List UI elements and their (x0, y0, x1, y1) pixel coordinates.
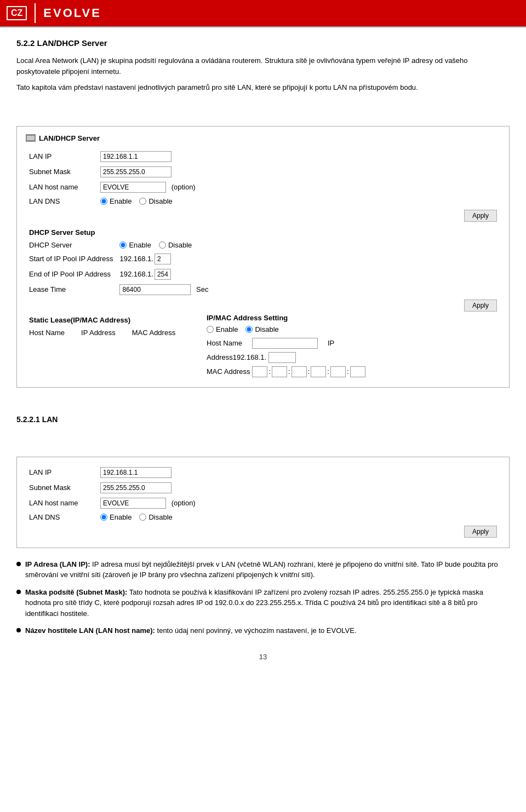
apply-row-2: Apply (26, 297, 500, 314)
subnet-mask-row: Subnet Mask (26, 164, 500, 180)
521-lan-ip-cell (97, 465, 500, 480)
subnet-mask-value-cell (97, 164, 500, 180)
end-ip-input[interactable] (155, 269, 171, 280)
header: CZ EVOLVE (0, 0, 526, 27)
apply-button-2[interactable]: Apply (464, 300, 497, 312)
521-host-option: (option) (171, 499, 196, 507)
dhcp-disable-radio[interactable]: Disable (159, 241, 192, 249)
start-ip-row: Start of IP Pool IP Address 192.168.1. (26, 251, 500, 267)
bullet-dot-3 (16, 628, 21, 632)
dhcp-server-row: DHCP Server Enable Disable (26, 239, 500, 251)
521-host-label: LAN host name (26, 496, 97, 511)
dhcp-server-radio-cell: Enable Disable (116, 239, 500, 251)
ipmac-ip-label: IP (328, 339, 334, 347)
ipmac-address-label: Address192.168.1. (207, 353, 266, 361)
subnet-mask-label: Subnet Mask (26, 164, 97, 180)
bullet-item-1: IP Adresa (LAN IP): IP adresa musí být n… (16, 559, 510, 580)
521-lan-ip-row: LAN IP (26, 465, 500, 480)
end-ip-prefix: 192.168.1. (119, 270, 153, 278)
ipmac-ip-input[interactable] (268, 352, 296, 363)
mac-octet-6[interactable] (350, 366, 365, 377)
mac-col: MAC Address (132, 329, 175, 337)
section-521-title: 5.2.2.1 LAN (16, 415, 510, 424)
apply-button-1[interactable]: Apply (464, 210, 497, 222)
host-col: Host Name (29, 329, 65, 337)
subnet-mask-input[interactable] (100, 166, 171, 177)
static-lease-left: Static Lease(IP/MAC Address) Host Name I… (26, 314, 190, 379)
section-title: LAN/DHCP Server (26, 134, 500, 142)
lan-host-option: (option) (171, 183, 196, 191)
lan-settings-table: LAN IP Subnet Mask LAN host name (option… (26, 149, 500, 224)
mac-octet-5[interactable] (330, 366, 346, 377)
521-subnet-label: Subnet Mask (26, 480, 97, 496)
footer: 13 (0, 647, 526, 666)
lan-dns-label: LAN DNS (26, 195, 97, 208)
mac-octet-1[interactable] (252, 366, 267, 377)
lan-ip-input[interactable] (100, 151, 171, 162)
svg-rect-1 (27, 136, 35, 140)
static-lease-section: Static Lease(IP/MAC Address) Host Name I… (26, 314, 500, 379)
lan-dns-row: LAN DNS Enable Disable (26, 195, 500, 208)
ipmac-disable-radio[interactable]: Disable (245, 325, 278, 333)
521-dns-label: LAN DNS (26, 511, 97, 523)
apply-button-3[interactable]: Apply (464, 526, 497, 538)
521-lan-ip-input[interactable] (100, 467, 171, 478)
start-ip-input[interactable] (155, 254, 171, 264)
end-ip-row: End of IP Pool IP Address 192.168.1. (26, 267, 500, 282)
lease-value-cell: Sec (116, 282, 500, 297)
521-dns-enable-radio[interactable]: Enable (100, 513, 132, 521)
521-host-input[interactable] (100, 498, 166, 509)
intro-para1: Local Area Network (LAN) je skupina pods… (16, 55, 510, 77)
521-dns-disable-radio[interactable]: Disable (139, 513, 172, 521)
section-521-box: LAN IP Subnet Mask LAN host name (option… (16, 457, 510, 548)
ipmac-ip-row: Address192.168.1. (207, 352, 500, 363)
521-subnet-input[interactable] (100, 482, 171, 493)
lan-dns-enable-radio[interactable]: Enable (100, 197, 132, 205)
page-title: 5.2.2 LAN/DHCP Server (16, 38, 510, 48)
mac-inputs: : : : : : (252, 366, 365, 377)
ipmac-mac-label: MAC Address (207, 367, 250, 376)
end-ip-label: End of IP Pool IP Address (26, 267, 116, 282)
lease-input[interactable] (119, 284, 191, 295)
lan-dns-value-cell: Enable Disable (97, 195, 500, 208)
lease-time-row: Lease Time Sec (26, 282, 500, 297)
static-lease-title: Static Lease(IP/MAC Address) (26, 314, 190, 326)
mac-octet-2[interactable] (272, 366, 287, 377)
dhcp-setup-label: DHCP Server Setup (26, 224, 500, 239)
bullet-text-2: Maska podsítě (Subnet Mask): Tato hodnot… (25, 587, 510, 619)
static-lease-header: Host Name IP Address MAC Address (26, 326, 190, 339)
lan-dns-disable-radio[interactable]: Disable (139, 197, 172, 205)
ipmac-hostname-row: Host Name IP (207, 338, 500, 349)
lan-dhcp-section: LAN/DHCP Server LAN IP Subnet Mask LAN h… (16, 126, 510, 388)
dhcp-enable-radio[interactable]: Enable (119, 241, 151, 249)
lan-host-value-cell: (option) (97, 180, 500, 195)
521-lan-ip-label: LAN IP (26, 465, 97, 480)
cz-badge: CZ (7, 6, 27, 20)
main-content: 5.2.2 LAN/DHCP Server Local Area Network… (0, 27, 526, 115)
521-subnet-row: Subnet Mask (26, 480, 500, 496)
521-host-cell: (option) (97, 496, 500, 511)
lease-label: Lease Time (26, 282, 116, 297)
lan-ip-value-cell (97, 149, 500, 164)
intro-para2: Tato kapitola vám představí nastavení je… (16, 82, 510, 93)
bullet-dot-1 (16, 562, 21, 566)
apply-row-1: Apply (26, 208, 500, 224)
bullet-text-3: Název hostitele LAN (LAN host name): ten… (25, 625, 357, 636)
521-subnet-cell (97, 480, 500, 496)
ipmac-title: IP/MAC Address Setting (207, 314, 500, 322)
lan-host-row: LAN host name (option) (26, 180, 500, 195)
mac-octet-3[interactable] (291, 366, 307, 377)
ipmac-enable-radio[interactable]: Enable (207, 325, 238, 333)
mac-octet-4[interactable] (311, 366, 326, 377)
section-heading: LAN/DHCP Server (39, 134, 100, 142)
ipmac-hostname-input[interactable] (252, 338, 318, 349)
logo: EVOLVE (43, 6, 101, 20)
section-icon (26, 134, 36, 142)
lan-host-input[interactable] (100, 182, 166, 193)
page-number: 13 (259, 653, 267, 661)
section-521: 5.2.2.1 LAN (0, 404, 526, 446)
ip-col: IP Address (81, 329, 116, 337)
dhcp-server-label: DHCP Server (26, 239, 116, 251)
ipmac-mac-row: MAC Address : : : : : (207, 366, 500, 377)
bullet-item-2: Maska podsítě (Subnet Mask): Tato hodnot… (16, 587, 510, 619)
